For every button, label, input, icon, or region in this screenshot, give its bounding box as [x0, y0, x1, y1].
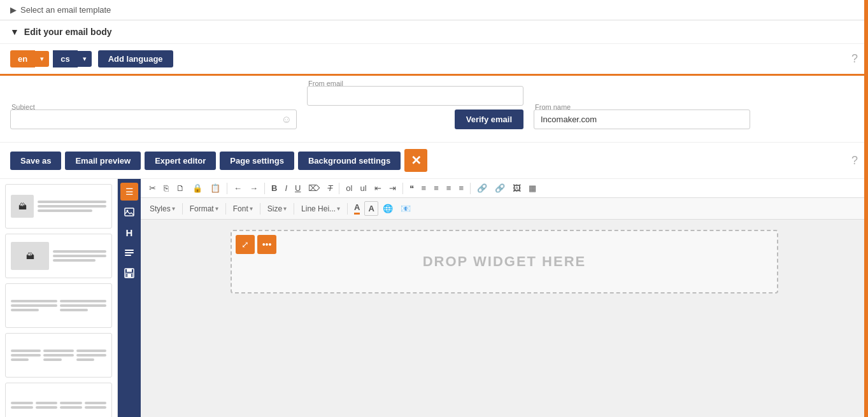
breadcrumb[interactable]: ▶ Select an email template — [0, 0, 868, 20]
svg-rect-4 — [125, 255, 131, 256]
close-button[interactable]: ✕ — [404, 149, 427, 172]
widget-options-button[interactable]: ••• — [257, 235, 276, 254]
editor-main: ✂ ⎘ 🗋 🔒 📋 ← → B I U ⌦ T ol ul ⇤ ⇥ ❝ ≡ ≡ … — [141, 179, 868, 417]
align-justify-button[interactable]: ≡ — [455, 181, 467, 195]
action-toolbar: Save as Email preview Expert editor Page… — [0, 143, 868, 179]
image-tool-button[interactable] — [120, 203, 138, 221]
blockquote-button[interactable]: ❝ — [406, 181, 417, 195]
save-tool-button[interactable] — [120, 264, 138, 282]
special-chars-button[interactable]: 🌐 — [380, 202, 396, 215]
align-right-button[interactable]: ≡ — [443, 181, 455, 195]
breadcrumb-label: Select an email template — [20, 5, 111, 15]
clearformat-button[interactable]: T — [324, 181, 336, 195]
page-settings-button[interactable]: Page settings — [220, 152, 294, 170]
italic-button[interactable]: I — [281, 181, 290, 195]
format-select[interactable]: Format ▾ — [186, 202, 222, 215]
en-language-button[interactable]: en — [10, 50, 35, 67]
en-language-dropdown[interactable]: ▾ — [35, 51, 49, 67]
from-email-group: From email — [307, 86, 523, 106]
language-toolbar: en ▾ cs ▾ Add language ? — [0, 44, 868, 76]
subject-input[interactable] — [10, 110, 297, 129]
sep-4 — [402, 183, 403, 194]
layout-tool-button[interactable]: ☰ — [120, 183, 138, 201]
outdent-button[interactable]: ⇤ — [371, 181, 385, 195]
font-color-button[interactable]: A — [351, 201, 363, 216]
indent-button[interactable]: ⇥ — [386, 181, 399, 195]
sep-3 — [339, 183, 339, 194]
svg-rect-8 — [127, 274, 131, 277]
from-email-input[interactable] — [307, 86, 523, 106]
cs-language-dropdown[interactable]: ▾ — [78, 51, 92, 67]
drop-zone-text: DROP WIDGET HERE — [423, 253, 587, 270]
styles-select[interactable]: Styles ▾ — [146, 202, 179, 215]
move-icon: ⤢ — [241, 239, 249, 250]
widget-preview-1: 🏔 — [11, 195, 106, 218]
formatting-second-row: Styles ▾ Format ▾ Font ▾ Size ▾ Line Hei… — [141, 198, 868, 220]
cs-language-group: cs ▾ — [53, 50, 91, 67]
align-center-button[interactable]: ≡ — [430, 181, 442, 195]
bold-button[interactable]: B — [268, 181, 280, 195]
emoji-icon[interactable]: ☺ — [281, 114, 292, 125]
expert-editor-button[interactable]: Expert editor — [145, 152, 216, 170]
close-icon: ✕ — [411, 153, 422, 168]
template-vars-button[interactable]: 📧 — [397, 202, 414, 215]
email-preview-button[interactable]: Email preview — [65, 152, 141, 170]
section-header: ▼ Edit your email body — [0, 20, 868, 44]
widget-img-2: 🏔 — [11, 242, 49, 270]
lang-help-icon[interactable]: ? — [851, 52, 858, 66]
unlink-button[interactable]: 🔗 — [492, 181, 508, 195]
line-height-select[interactable]: Line Hei... ▾ — [297, 202, 344, 215]
undo-button[interactable]: ← — [231, 181, 245, 195]
widget-two-col[interactable] — [5, 283, 112, 328]
font-select[interactable]: Font ▾ — [229, 202, 257, 215]
widget-three-col[interactable] — [5, 333, 112, 378]
add-language-button[interactable]: Add language — [98, 50, 173, 67]
bg-color-button[interactable]: A — [364, 201, 378, 216]
widget-lines-2 — [53, 250, 106, 262]
strikethrough-button[interactable]: ⌦ — [305, 181, 323, 195]
svg-rect-2 — [125, 250, 134, 251]
from-name-input[interactable] — [534, 110, 750, 129]
lock-button[interactable]: 🔒 — [189, 181, 206, 195]
svg-rect-0 — [125, 208, 134, 216]
unordered-list-button[interactable]: ul — [357, 181, 369, 195]
widget-image-text[interactable]: 🏔 — [5, 184, 112, 229]
action-help-icon[interactable]: ? — [851, 154, 858, 167]
widget-preview-3 — [11, 300, 106, 311]
widget-img-1: 🏔 — [11, 195, 34, 218]
drop-widget-container: ⤢ ••• DROP WIDGET HERE — [231, 230, 778, 293]
background-settings-button[interactable]: Background settings — [298, 152, 401, 170]
image-insert-button[interactable]: 🖼 — [509, 181, 524, 195]
section-title: Edit your email body — [24, 27, 112, 37]
table-button[interactable]: ▦ — [525, 181, 539, 195]
size-select[interactable]: Size ▾ — [264, 202, 290, 215]
widget-panel: 🏔 🏔 — [0, 179, 118, 417]
ordered-list-button[interactable]: ol — [343, 181, 355, 195]
widget-text-image[interactable]: 🏔 — [5, 234, 112, 278]
from-email-label: From email — [308, 80, 343, 87]
sep-2 — [264, 183, 265, 194]
cut-button[interactable]: ✂ — [146, 181, 159, 195]
text-tool-button[interactable] — [120, 244, 138, 262]
link-button[interactable]: 🔗 — [474, 181, 490, 195]
subject-group: Subject ☺ — [10, 110, 297, 129]
drop-widget-actions: ⤢ ••• — [236, 235, 276, 254]
save-as-button[interactable]: Save as — [10, 152, 61, 170]
widget-four-col[interactable] — [5, 383, 112, 417]
heading-tool-button[interactable]: H — [120, 223, 138, 241]
widget-move-button[interactable]: ⤢ — [236, 235, 255, 254]
verify-email-button[interactable]: Verify email — [455, 110, 523, 129]
paste-button[interactable]: 🗋 — [173, 181, 188, 195]
underline-button[interactable]: U — [292, 181, 304, 195]
right-bar — [864, 0, 868, 417]
dots-icon: ••• — [262, 239, 272, 250]
align-left-button[interactable]: ≡ — [418, 181, 430, 195]
redo-button[interactable]: → — [246, 181, 261, 195]
drop-zone[interactable]: DROP WIDGET HERE — [231, 230, 778, 293]
copy-button[interactable]: ⎘ — [160, 181, 172, 195]
drop-area: ⤢ ••• DROP WIDGET HERE — [141, 220, 868, 417]
paste-special-button[interactable]: 📋 — [207, 181, 224, 195]
form-row: Subject ☺ From email Verify email From n… — [10, 86, 858, 129]
cs-language-button[interactable]: cs — [53, 50, 77, 67]
widget-preview-2: 🏔 — [11, 242, 106, 270]
